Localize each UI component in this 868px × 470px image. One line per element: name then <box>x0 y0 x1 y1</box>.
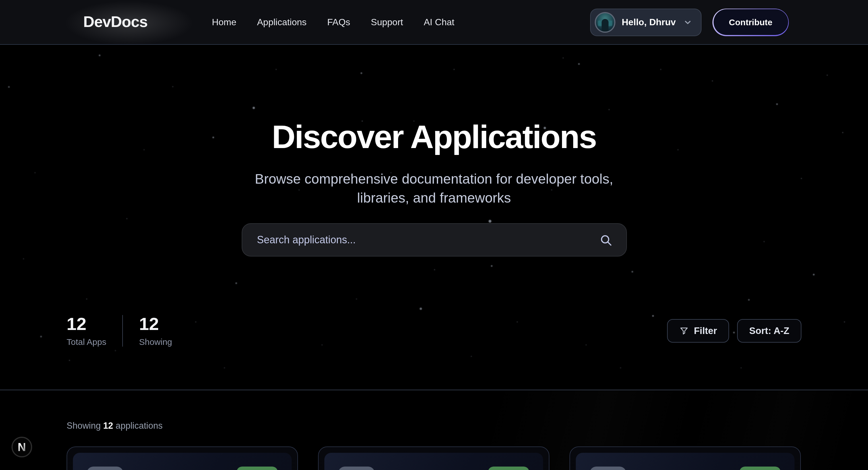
nav-item-support[interactable]: Support <box>371 17 403 27</box>
filter-icon <box>679 326 689 336</box>
app-icon-placeholder <box>87 467 123 470</box>
sort-button-label: Sort: A-Z <box>749 325 789 336</box>
status-badge <box>739 467 781 470</box>
avatar <box>595 12 615 32</box>
hero-section: Discover Applications Browse comprehensi… <box>0 45 868 390</box>
app-card-banner <box>73 453 291 470</box>
stat-showing: 12 Showing <box>139 315 172 347</box>
app-cards-grid <box>67 446 801 470</box>
stat-divider <box>122 315 123 347</box>
nextjs-logo-letter: N <box>18 441 26 453</box>
stat-showing-value: 12 <box>139 315 172 333</box>
applications-section: Showing 12 applications <box>0 390 868 470</box>
app-icon-placeholder <box>338 467 375 470</box>
stat-total-apps: 12 Total Apps <box>67 315 106 347</box>
filter-button[interactable]: Filter <box>667 319 729 343</box>
search-box <box>241 223 627 256</box>
nav-item-home[interactable]: Home <box>212 17 236 27</box>
app-icon-placeholder <box>590 467 626 470</box>
app-card[interactable] <box>569 446 801 470</box>
section-divider <box>0 390 868 390</box>
stats-toolbar-row: 12 Total Apps 12 Showing Filter <box>67 315 801 347</box>
navbar: DevDocs Home Applications FAQs Support A… <box>0 0 868 45</box>
user-menu-button[interactable]: Hello, Dhruv <box>590 8 702 36</box>
sort-button[interactable]: Sort: A-Z <box>737 319 801 343</box>
stat-total-apps-label: Total Apps <box>67 337 106 347</box>
results-prefix: Showing <box>67 421 101 430</box>
nav-item-faqs[interactable]: FAQs <box>327 17 350 27</box>
results-count: 12 <box>103 421 113 430</box>
filter-button-label: Filter <box>694 325 717 336</box>
nav-item-ai-chat[interactable]: AI Chat <box>424 17 454 27</box>
stats-group: 12 Total Apps 12 Showing <box>67 315 172 347</box>
stat-total-apps-value: 12 <box>67 315 106 333</box>
page-title: Discover Applications <box>0 45 868 154</box>
chevron-down-icon <box>683 18 692 27</box>
nextjs-dev-badge[interactable]: N <box>11 437 32 458</box>
page: DevDocs Home Applications FAQs Support A… <box>0 0 868 470</box>
app-card-banner <box>324 453 543 470</box>
main-nav: Home Applications FAQs Support AI Chat <box>212 17 454 27</box>
user-greeting: Hello, Dhruv <box>622 17 676 27</box>
stat-showing-label: Showing <box>139 337 172 347</box>
status-badge <box>237 467 278 470</box>
nav-item-applications[interactable]: Applications <box>257 17 307 27</box>
status-badge <box>488 467 529 470</box>
brand-logo[interactable]: DevDocs <box>83 13 148 31</box>
results-suffix: applications <box>116 421 163 430</box>
search-icon <box>599 233 612 247</box>
applications-container: Showing 12 applications <box>67 421 801 470</box>
toolbar-actions: Filter Sort: A-Z <box>667 319 801 343</box>
search-input[interactable] <box>242 224 626 256</box>
results-summary: Showing 12 applications <box>67 421 801 431</box>
page-subtitle: Browse comprehensive documentation for d… <box>228 169 640 207</box>
app-card[interactable] <box>67 446 298 470</box>
app-card[interactable] <box>318 446 549 470</box>
contribute-button[interactable]: Contribute <box>712 8 789 36</box>
contribute-button-label: Contribute <box>713 9 788 35</box>
app-card-banner <box>576 453 795 470</box>
